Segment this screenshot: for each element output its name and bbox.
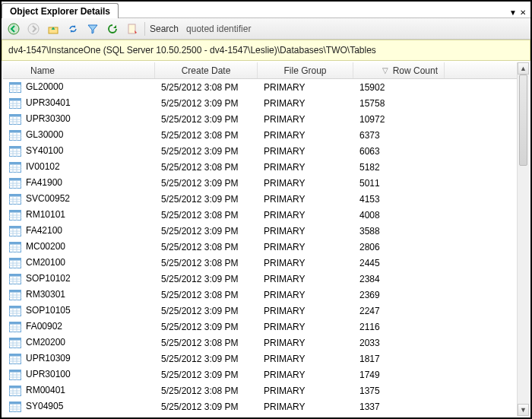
filter-button[interactable]	[85, 21, 100, 37]
sort-indicator-icon: ▽	[382, 66, 388, 75]
cell-name: UPR30300	[26, 113, 71, 124]
cell-create-date: 5/25/2012 3:09 PM	[155, 402, 258, 412]
refresh-button[interactable]	[105, 21, 120, 37]
cell-row-count: 6373	[353, 130, 445, 141]
cell-file-group: PRIMARY	[258, 338, 353, 348]
table-icon	[9, 385, 26, 396]
cell-name: CM20100	[26, 257, 65, 268]
table-row[interactable]: SOP101025/25/2012 3:09 PMPRIMARY2384	[3, 271, 517, 287]
scroll-track[interactable]	[518, 75, 529, 404]
svg-rect-5	[10, 82, 21, 84]
table-row[interactable]: SY049055/25/2012 3:09 PMPRIMARY1337	[3, 398, 517, 414]
cell-create-date: 5/25/2012 3:08 PM	[155, 82, 258, 93]
column-header-file-group[interactable]: File Group	[258, 62, 353, 78]
scroll-down-arrow-icon[interactable]: ▼	[518, 404, 529, 416]
back-arrow-icon	[8, 23, 20, 35]
table-icon	[9, 129, 26, 141]
toolbar: Search	[2, 18, 530, 40]
search-input[interactable]	[183, 22, 335, 36]
cell-name: GL30000	[26, 129, 63, 140]
table-row[interactable]: UPR103095/25/2012 3:09 PMPRIMARY1817	[3, 351, 517, 367]
table-row[interactable]: MC002005/25/2012 3:08 PMPRIMARY2806	[3, 239, 517, 255]
table-row[interactable]: SOP101055/25/2012 3:09 PMPRIMARY2247	[3, 303, 517, 319]
cell-create-date: 5/25/2012 3:08 PM	[155, 258, 258, 268]
column-header-create-date[interactable]: Create Date	[155, 62, 258, 78]
column-header-row-count[interactable]: ▽ Row Count	[353, 62, 445, 78]
table-row[interactable]: GL300005/25/2012 3:08 PMPRIMARY6373	[3, 127, 517, 143]
table-icon	[9, 257, 26, 268]
cell-create-date: 5/25/2012 3:09 PM	[155, 178, 258, 189]
table-row[interactable]: RM303015/25/2012 3:08 PMPRIMARY2369	[3, 287, 517, 303]
cell-name: MC00200	[26, 241, 65, 252]
sync-button[interactable]	[65, 21, 81, 37]
script-button[interactable]	[125, 21, 140, 37]
table-icon	[9, 225, 26, 236]
cell-row-count: 2806	[353, 242, 445, 252]
cell-name: RM00401	[26, 385, 65, 395]
table-icon	[9, 193, 26, 205]
table-row[interactable]: SVC009525/25/2012 3:09 PMPRIMARY4153	[3, 191, 517, 207]
folder-up-icon	[47, 23, 59, 35]
cell-file-group: PRIMARY	[258, 290, 353, 300]
table-row[interactable]: UPR301005/25/2012 3:09 PMPRIMARY1749	[3, 367, 517, 382]
table-row[interactable]: CM202005/25/2012 3:08 PMPRIMARY2033	[3, 335, 517, 351]
table-header: Name Create Date File Group ▽ Row Count	[3, 62, 529, 79]
cell-name: FA42100	[26, 225, 62, 236]
cell-row-count: 1337	[353, 402, 445, 412]
cell-row-count: 2384	[353, 274, 445, 284]
cell-row-count: 2247	[353, 306, 445, 316]
table-row[interactable]: FA009025/25/2012 3:09 PMPRIMARY2116	[3, 319, 517, 335]
cell-file-group: PRIMARY	[258, 306, 353, 316]
cell-create-date: 5/25/2012 3:09 PM	[155, 146, 258, 157]
table-row[interactable]: CM201005/25/2012 3:08 PMPRIMARY2445	[3, 255, 517, 271]
svg-rect-77	[10, 274, 21, 276]
table-row[interactable]: SY401005/25/2012 3:09 PMPRIMARY6063	[3, 143, 517, 159]
forward-button[interactable]	[26, 21, 41, 37]
cell-create-date: 5/25/2012 3:08 PM	[155, 386, 258, 396]
table-row[interactable]: FA421005/25/2012 3:09 PMPRIMARY3588	[3, 223, 517, 239]
table-icon	[9, 369, 26, 380]
cell-row-count: 2033	[353, 338, 445, 348]
scroll-thumb[interactable]	[519, 75, 527, 166]
vertical-scrollbar[interactable]: ▲ ▼	[517, 62, 529, 416]
cell-name: IV00102	[26, 161, 60, 172]
table-row[interactable]: RM101015/25/2012 3:08 PMPRIMARY4008	[3, 207, 517, 223]
cell-file-group: PRIMARY	[258, 162, 353, 173]
svg-rect-101	[10, 338, 21, 340]
cell-row-count: 4008	[353, 210, 445, 221]
table-row[interactable]: IV001025/25/2012 3:08 PMPRIMARY5182	[3, 159, 517, 175]
cell-create-date: 5/25/2012 3:08 PM	[155, 130, 258, 141]
table-row[interactable]: UPR303005/25/2012 3:09 PMPRIMARY10972	[3, 111, 517, 127]
cell-row-count: 5182	[353, 162, 445, 173]
scroll-up-arrow-icon[interactable]: ▲	[518, 62, 529, 75]
cell-file-group: PRIMARY	[258, 242, 353, 252]
svg-rect-29	[10, 146, 21, 148]
title-bar: Object Explorer Details	[2, 2, 530, 18]
table-row[interactable]: GL200005/25/2012 3:08 PMPRIMARY15902	[3, 79, 517, 95]
table-icon	[9, 209, 26, 221]
close-icon[interactable]	[520, 7, 526, 17]
table-row[interactable]: FA419005/25/2012 3:09 PMPRIMARY5011	[3, 175, 517, 191]
cell-create-date: 5/25/2012 3:09 PM	[155, 194, 258, 205]
forward-arrow-icon	[27, 23, 40, 35]
cell-name: GL20000	[26, 81, 63, 92]
pin-icon[interactable]	[509, 7, 517, 17]
column-header-name[interactable]: Name	[3, 62, 155, 78]
table-row[interactable]: UPR304015/25/2012 3:09 PMPRIMARY15758	[3, 95, 517, 111]
svg-rect-125	[10, 402, 21, 404]
back-button[interactable]	[6, 21, 21, 37]
up-button[interactable]	[46, 21, 61, 37]
svg-point-0	[8, 24, 19, 34]
cell-file-group: PRIMARY	[258, 274, 353, 284]
cell-file-group: PRIMARY	[258, 210, 353, 221]
svg-rect-47	[10, 194, 21, 196]
cell-row-count: 4153	[353, 194, 445, 205]
svg-rect-11	[10, 98, 21, 100]
table-row[interactable]: RM004015/25/2012 3:08 PMPRIMARY1375	[3, 382, 517, 398]
cell-create-date: 5/25/2012 3:08 PM	[155, 210, 258, 221]
funnel-icon	[87, 23, 99, 35]
cell-create-date: 5/25/2012 3:08 PM	[155, 290, 258, 300]
table-icon	[9, 161, 26, 173]
cell-create-date: 5/25/2012 3:09 PM	[155, 98, 258, 109]
cell-create-date: 5/25/2012 3:09 PM	[155, 306, 258, 316]
